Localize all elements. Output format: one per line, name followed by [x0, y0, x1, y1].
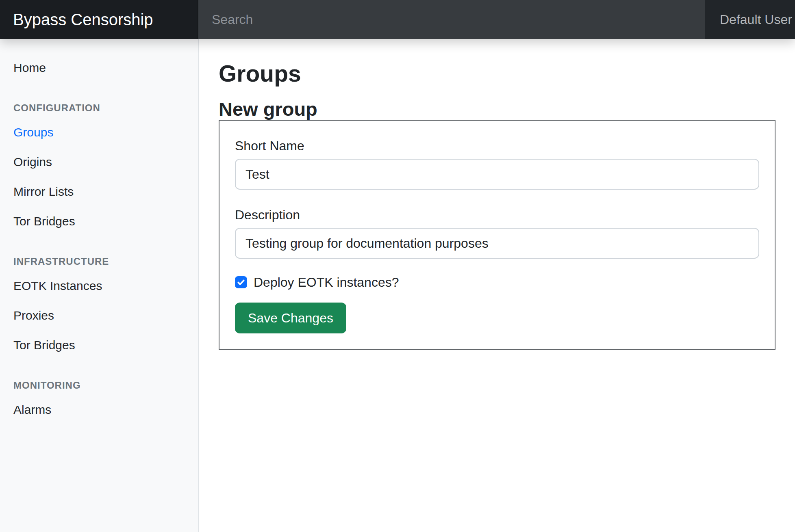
page-title: Groups [219, 59, 775, 88]
sidebar-item-origins[interactable]: Origins [0, 147, 198, 177]
description-label: Description [235, 205, 759, 225]
deploy-eotk-checkbox[interactable] [235, 276, 247, 288]
deploy-eotk-row: Deploy EOTK instances? [235, 274, 759, 290]
sidebar-item-tor-bridges-config[interactable]: Tor Bridges [0, 206, 198, 236]
top-navbar: Bypass Censorship Default User [0, 0, 795, 39]
sidebar-item-home[interactable]: Home [0, 53, 198, 82]
sidebar-item-tor-bridges-infra[interactable]: Tor Bridges [0, 330, 198, 360]
save-changes-button[interactable]: Save Changes [235, 303, 346, 333]
navbar-user-area: Default User [705, 0, 795, 39]
checkmark-icon [236, 277, 246, 287]
search-input[interactable] [198, 0, 705, 39]
deploy-eotk-label[interactable]: Deploy EOTK instances? [254, 275, 399, 290]
sidebar-heading-configuration: CONFIGURATION [0, 99, 198, 117]
short-name-group: Short Name [235, 136, 759, 190]
user-menu-link[interactable]: Default User [720, 12, 792, 27]
sidebar: Home CONFIGURATION Groups Origins Mirror… [0, 39, 199, 532]
description-input[interactable] [235, 228, 759, 259]
sidebar-item-groups[interactable]: Groups [0, 117, 198, 147]
sidebar-item-alarms[interactable]: Alarms [0, 395, 198, 424]
description-group: Description [235, 205, 759, 259]
sidebar-item-eotk-instances[interactable]: EOTK Instances [0, 271, 198, 301]
brand-link[interactable]: Bypass Censorship [0, 0, 198, 39]
short-name-input[interactable] [235, 159, 759, 190]
sidebar-item-mirror-lists[interactable]: Mirror Lists [0, 177, 198, 206]
short-name-label: Short Name [235, 136, 759, 156]
sidebar-heading-infrastructure: INFRASTRUCTURE [0, 252, 198, 271]
main-content: Groups New group Short Name Description … [199, 39, 795, 532]
section-title: New group [219, 98, 775, 120]
sidebar-item-proxies[interactable]: Proxies [0, 301, 198, 330]
new-group-form-card: Short Name Description Deploy EOTK insta… [219, 120, 775, 350]
sidebar-heading-monitoring: MONITORING [0, 376, 198, 395]
